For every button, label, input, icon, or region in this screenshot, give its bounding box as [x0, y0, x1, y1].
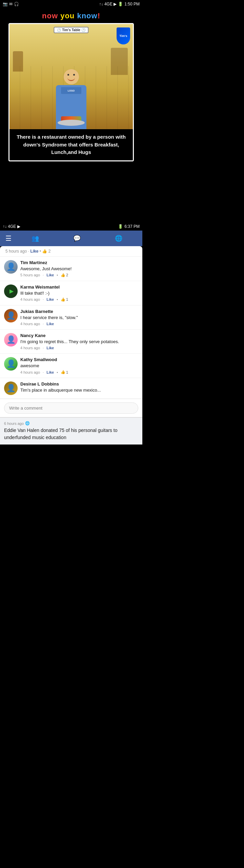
kathy-like-button[interactable]: Like [46, 370, 54, 374]
time-display-1: 1:50 PM [124, 2, 140, 6]
title-know: know [75, 12, 97, 20]
facebook-navbar: ☰ 👥 💬 🌐 [0, 231, 142, 246]
camera-icon: 📷 [3, 2, 8, 6]
tim-meta: 5 hours ago · Like • 👍 2 [20, 273, 138, 277]
person-figure: LOGO [56, 69, 86, 129]
mail-icon: ✉ [9, 2, 13, 6]
status-bar-2: ↑↓ 4GE ▶ 🔋 6:37 PM [0, 222, 142, 231]
status-icons-right: ↑↓ 4GE ▶ 🔋 1:50 PM [99, 2, 140, 6]
kathy-avatar-icon: 👤 [4, 357, 18, 371]
prev-count: 2 [48, 249, 51, 254]
avatar-jukias: 👤 [4, 309, 18, 322]
avatar-nancy: 👤 [4, 333, 18, 347]
karma-name: Karma Weismantel [20, 284, 138, 290]
status2-right: 🔋 6:37 PM [118, 224, 140, 229]
bg-person-2 [111, 48, 128, 75]
desirae-comment-content: Desirae L Dobbins Tim's place in albuque… [20, 381, 138, 394]
title-now: now [42, 12, 58, 20]
meme-screen: now you know! 🕐 Tim's Table 🕐 Tim's [0, 8, 142, 168]
jukias-like-button[interactable]: Like [46, 322, 54, 326]
comment-jukias: 👤 Jukias Barnette I hear service there i… [0, 305, 142, 330]
tim-time: 5 hours ago [20, 273, 40, 277]
person-eyes [67, 74, 75, 76]
kathy-name: Kathy Smallwood [20, 357, 138, 362]
jukias-text: I hear service there is, "slow." [20, 315, 138, 321]
nancy-meta: 4 hours ago · Like [20, 346, 138, 350]
karma-count: 1 [66, 297, 68, 301]
headphone-icon: 🎧 [14, 2, 19, 6]
jukias-time: 4 hours ago [20, 322, 40, 326]
avatar-karma [4, 284, 18, 298]
jukias-separator: · [43, 322, 44, 326]
write-comment-bar [0, 399, 142, 417]
tims-table-sign: 🕐 Tim's Table 🕐 [54, 27, 88, 33]
meme-caption: There is a restaurant owned by a person … [9, 129, 133, 160]
jukias-avatar-icon: 👤 [4, 309, 18, 322]
messages-icon[interactable]: 💬 [70, 232, 83, 245]
hamburger-menu[interactable]: ☰ [3, 232, 14, 245]
status-bar-1: 📷 ✉ 🎧 ↑↓ 4GE ▶ 🔋 1:50 PM [0, 0, 142, 8]
nancy-text: I'm going to regret this... They only se… [20, 339, 138, 345]
desirae-avatar-icon: 👤 [4, 381, 18, 395]
karma-text: Ill take that!! :-) [20, 290, 138, 296]
comment-tim: 👤 Tim Martinez Awesome, Just Awesome! 5 … [0, 257, 142, 281]
tim-comment-content: Tim Martinez Awesome, Just Awesome! 5 ho… [20, 260, 138, 277]
tim-like-count: 👍 2 [61, 273, 68, 277]
kathy-like-count: 👍 1 [61, 370, 68, 374]
karma-like-button[interactable]: Like [46, 297, 54, 301]
prev-thumb-icon: 👍 [42, 249, 47, 254]
fb-nav-icons: 👥 💬 🌐 [14, 232, 140, 245]
nancy-avatar-icon: 👤 [4, 333, 18, 347]
comment-karma: Karma Weismantel Ill take that!! :-) 4 h… [0, 281, 142, 305]
status-icons-left: 📷 ✉ 🎧 [3, 2, 19, 6]
gap-space [0, 168, 142, 222]
karma-separator: · [43, 297, 44, 301]
desirae-text: Tim's place in albuquerque new mexico... [20, 387, 138, 393]
tim-like-button[interactable]: Like [46, 273, 54, 277]
person-body: LOGO [56, 85, 86, 129]
write-comment-input[interactable] [4, 402, 138, 414]
tim-thumb-icon: 👍 [61, 273, 65, 277]
tim-count: 2 [66, 273, 68, 277]
karma-comment-content: Karma Weismantel Ill take that!! :-) 4 h… [20, 284, 138, 302]
bottom-post-meta: 6 hours ago 🌐 [4, 421, 138, 426]
karma-like-count: 👍 1 [61, 297, 68, 302]
status2-left: ↑↓ 4GE ▶ [3, 224, 20, 229]
tim-dot: • [57, 273, 58, 277]
kathy-time: 4 hours ago [20, 370, 40, 374]
kathy-meta: 4 hours ago · Like • 👍 1 [20, 370, 138, 374]
friends-icon[interactable]: 👥 [29, 232, 42, 245]
prev-time: 5 hours ago [5, 249, 27, 254]
karma-thumb-icon: 👍 [61, 297, 65, 302]
globe-icon[interactable]: 🌐 [112, 232, 125, 245]
meme-image-container: 🕐 Tim's Table 🕐 Tim's LOGO [8, 23, 134, 161]
prev-like-button[interactable]: Like [30, 249, 38, 254]
nancy-time: 4 hours ago [20, 346, 40, 350]
karma-time: 4 hours ago [20, 297, 40, 301]
tim-avatar-icon: 👤 [4, 260, 18, 274]
avatar-tim: 👤 [4, 260, 18, 274]
meme-image: 🕐 Tim's Table 🕐 Tim's LOGO [9, 24, 133, 129]
bottom-post-text: Eddie Van Halen donated 75 of his person… [4, 427, 138, 441]
battery-icon: 🔋 [118, 2, 123, 6]
nancy-separator: · [43, 346, 44, 350]
nancy-like-button[interactable]: Like [46, 346, 54, 350]
tim-text: Awesome, Just Awesome! [20, 266, 138, 272]
jukias-comment-content: Jukias Barnette I hear service there is,… [20, 309, 138, 326]
karma-dot: • [57, 297, 58, 301]
person-smile [67, 78, 75, 81]
comment-desirae: 👤 Desirae L Dobbins Tim's place in albuq… [0, 378, 142, 399]
desirae-name: Desirae L Dobbins [20, 381, 138, 387]
bg-person-1 [13, 51, 23, 72]
comment-nancy: 👤 Nancy Kane I'm going to regret this...… [0, 330, 142, 354]
comment-kathy: 👤 Kathy Smallwood awesome 4 hours ago · … [0, 354, 142, 378]
title-you: you [58, 12, 75, 20]
avatar-kathy: 👤 [4, 357, 18, 371]
person-eye-right [73, 74, 75, 76]
nancy-name: Nancy Kane [20, 333, 138, 338]
comments-section: 5 hours ago · Like • 👍 2 👤 Tim Martinez … [0, 246, 142, 417]
jukias-meta: 4 hours ago · Like [20, 322, 138, 326]
jukias-name: Jukias Barnette [20, 309, 138, 314]
battery2-icon: 🔋 [118, 224, 123, 229]
kathy-count: 1 [66, 370, 68, 374]
